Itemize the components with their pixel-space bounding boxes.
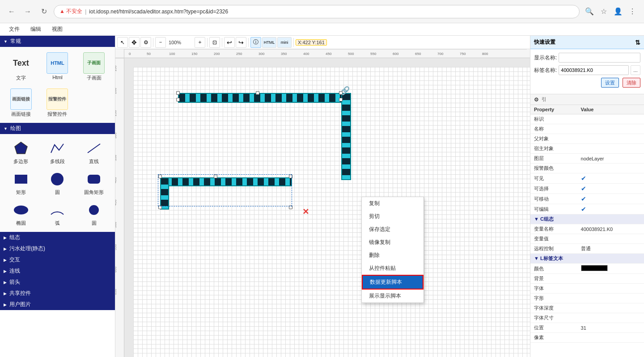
zoom-out-btn[interactable]: －: [155, 37, 166, 48]
comp-roundrect[interactable]: 圆角矩形: [76, 168, 111, 197]
svg-text:400: 400: [303, 52, 309, 56]
menu-mirror-copy[interactable]: 镜像复制: [362, 236, 424, 249]
comp-circle[interactable]: 圆: [40, 168, 75, 197]
prop-check-icon[interactable]: ✔: [581, 206, 586, 213]
forward-button[interactable]: →: [21, 5, 34, 18]
comp-arc[interactable]: 弧: [40, 199, 75, 228]
sel-handle-tl[interactable]: [176, 91, 180, 95]
comp-rect[interactable]: 矩形: [4, 168, 38, 197]
sel-handle-b3[interactable]: [289, 175, 292, 178]
profile-btn[interactable]: 👤: [612, 5, 624, 18]
url-bar[interactable]: ▲ 不安全 | iot.idosp.net/html/scada/editor.…: [54, 5, 580, 18]
sidebar-section-drawing[interactable]: ▼ 绘图: [0, 123, 115, 134]
menu-view[interactable]: 视图: [47, 23, 68, 35]
menu-save-sel[interactable]: 保存选定: [362, 223, 424, 236]
prop-val: [577, 234, 644, 244]
prop-row: ▼ L标签文本: [530, 254, 644, 264]
prop-val: [577, 303, 644, 313]
sel-handle-b5[interactable]: [289, 206, 292, 209]
settings-tool-btn[interactable]: ⚙: [140, 37, 151, 48]
sidebar-section-shared[interactable]: ▶ 共享控件: [0, 288, 115, 299]
comp-zihm[interactable]: 子画面 子画面: [76, 50, 111, 83]
back-button[interactable]: ←: [5, 5, 18, 18]
comp-polyline[interactable]: 多线段: [40, 138, 75, 167]
sidebar-section-groups[interactable]: ▶ 组态: [0, 232, 115, 243]
prop-val: [577, 294, 644, 303]
sel-handle-b2[interactable]: [214, 175, 217, 178]
menu-file[interactable]: 文件: [4, 23, 25, 35]
svg-text:350: 350: [281, 52, 287, 56]
clear-btn[interactable]: 清除: [623, 78, 640, 88]
redo-btn[interactable]: ↪: [236, 37, 246, 48]
groups-label: 组态: [9, 234, 20, 241]
sep2: [207, 38, 208, 47]
prop-val[interactable]: ✔: [577, 184, 644, 194]
sel-handle-b4[interactable]: [158, 206, 162, 209]
comp-html[interactable]: HTML Html: [40, 50, 75, 83]
prop-check-icon[interactable]: ✔: [581, 185, 586, 192]
prop-key: 像素: [530, 333, 577, 343]
svg-text:300: 300: [258, 52, 265, 56]
prop-key: 父对象: [530, 134, 577, 144]
menu-edit[interactable]: 编辑: [25, 23, 47, 35]
comp-polygon[interactable]: 多边形: [4, 138, 38, 167]
prop-val[interactable]: ✔: [577, 173, 644, 184]
menu-copy[interactable]: 复制: [362, 197, 424, 210]
svg-text:350: 350: [115, 155, 117, 161]
select-tool-btn[interactable]: ↖: [117, 37, 128, 48]
prop-check-icon[interactable]: ✔: [581, 175, 586, 182]
comp-dot[interactable]: 圆: [76, 199, 111, 228]
search-browser-btn[interactable]: 🔍: [583, 5, 596, 18]
sel-handle-ml[interactable]: [176, 98, 180, 101]
menu-cut[interactable]: 剪切: [362, 210, 424, 223]
tag-name-input[interactable]: [559, 65, 629, 75]
menu-delete[interactable]: 删除: [362, 249, 424, 262]
comp-line[interactable]: 直线: [76, 138, 111, 167]
prop-val[interactable]: ✔: [577, 194, 644, 204]
more-btn[interactable]: ⋮: [626, 5, 639, 18]
sidebar-section-connect[interactable]: ▶ 连线: [0, 265, 115, 277]
sidebar-section-userimg[interactable]: ▶ 用户图片: [0, 299, 115, 310]
canvas-inner[interactable]: 🔗: [133, 67, 530, 357]
comp-ellipse[interactable]: 椭圆: [4, 199, 38, 228]
mini-btn[interactable]: mini: [277, 37, 292, 48]
menu-show-hide[interactable]: 展示显示脚本: [362, 290, 424, 302]
move-tool-btn[interactable]: ✥: [129, 37, 140, 48]
sidebar-section-sewage[interactable]: ▶ 污水处理(静态): [0, 243, 115, 254]
tag-more-btn[interactable]: …: [631, 65, 640, 75]
comp-alarm[interactable]: 报警控件 报警控件: [40, 87, 75, 119]
prop-key: 图层: [530, 154, 577, 164]
canvas-area[interactable]: 🔗: [124, 58, 530, 357]
undo-btn[interactable]: ↩: [224, 37, 235, 48]
quick-settings-icon: ⇅: [635, 39, 640, 46]
bookmark-btn[interactable]: ☆: [597, 5, 610, 18]
sel-handle-tc[interactable]: [256, 91, 259, 95]
menu-paste-from[interactable]: 从控件粘贴: [362, 262, 424, 275]
fit-btn[interactable]: ⊡: [209, 37, 220, 48]
sel-handle-b1[interactable]: [158, 175, 162, 178]
prop-row: 父对象: [530, 134, 644, 144]
display-name-input[interactable]: [559, 53, 640, 63]
zoom-in-btn[interactable]: ＋: [195, 37, 205, 48]
info-btn[interactable]: ⓘ: [250, 37, 261, 48]
html-btn[interactable]: HTML: [262, 37, 276, 48]
sidebar-section-interact[interactable]: ▶ 交互: [0, 254, 115, 265]
prop-key: 标识: [530, 114, 577, 124]
polygon-label: 多边形: [13, 158, 28, 165]
sidebar-section-changgui[interactable]: ▼ 常规: [0, 36, 115, 47]
sidebar-section-arrow[interactable]: ▶ 箭头: [0, 277, 115, 288]
refresh-button[interactable]: ↻: [38, 5, 50, 18]
menu-data-update[interactable]: 数据更新脚本: [362, 275, 424, 290]
comp-piclink[interactable]: 画面链接 画面链接: [4, 87, 38, 119]
sel-handle-tr[interactable]: [339, 91, 343, 95]
prop-row: 字形: [530, 294, 644, 303]
set-btn[interactable]: 设置: [601, 78, 619, 88]
sel-handle-mr[interactable]: [339, 98, 343, 101]
prop-check-icon[interactable]: ✔: [581, 195, 586, 202]
prop-row: 变量值: [530, 234, 644, 244]
prop-val[interactable]: ✔: [577, 204, 644, 214]
svg-text:450: 450: [115, 199, 117, 206]
comp-text[interactable]: Text 文字: [4, 50, 38, 83]
groups-caret: ▶: [4, 235, 7, 240]
svg-text:550: 550: [370, 52, 377, 56]
